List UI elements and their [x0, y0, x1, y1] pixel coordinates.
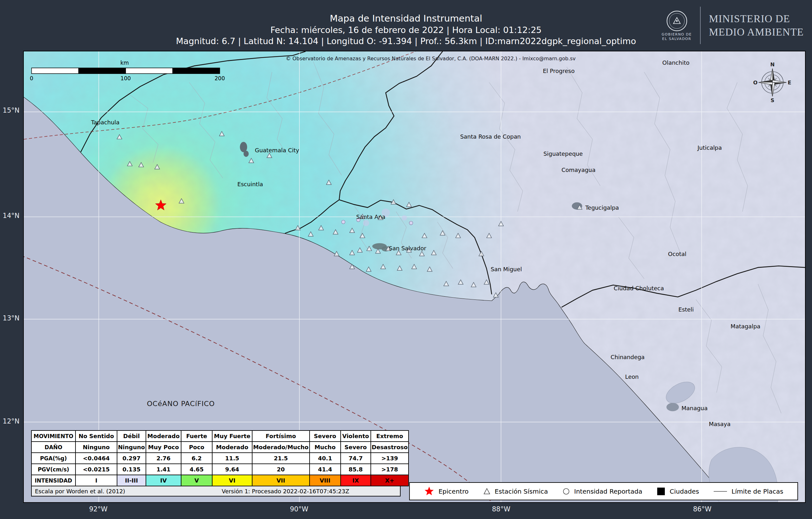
lon-label: 86°W [688, 506, 717, 513]
map-legend: Epicentro Estación Sísmica Intensidad Re… [409, 482, 798, 500]
table-cell: Ninguno [117, 441, 146, 453]
table-cell: >178 [371, 464, 409, 475]
table-cell: Moderado [146, 431, 181, 441]
intensity-cell: VII [252, 475, 310, 486]
ministry-line-1: MINISTERIO DE [709, 12, 804, 25]
table-cell: Muy Fuerte [212, 431, 252, 441]
table-cell: 4.65 [181, 464, 212, 475]
table-footer: Escala por Worden et al. (2012) Versión … [31, 486, 401, 496]
table-cell: 0.297 [117, 453, 146, 464]
version-processed: Versión 1: Procesado 2022-02-16T07:45:23… [222, 488, 349, 495]
table-cell: 6.2 [181, 453, 212, 464]
legend-item-estacion: Estación Sísmica [483, 488, 548, 495]
scale-tick: 100 [120, 75, 131, 82]
intensity-table-row: INTENSIDADIII-IIIIVVVIVIIVIIIIXX+ [31, 475, 409, 486]
reported-circle-icon [562, 487, 570, 495]
city-label: Esteli [678, 306, 694, 313]
legend-item-intensidad-reportada: Intensidad Reportada [562, 487, 642, 495]
epicenter-star-icon [424, 486, 435, 496]
scale-tick: 200 [214, 75, 225, 82]
gobierno-text-2: EL SALVADOR [662, 37, 692, 41]
intensity-cell: VI [212, 475, 252, 486]
copyright-text: © Observatorio de Amenazas y Recursos Na… [286, 56, 576, 61]
table-cell: Muy Poco [146, 441, 181, 453]
seal-icon [665, 9, 688, 32]
ministry-name: MINISTERIO DE MEDIO AMBIENTE [709, 12, 804, 39]
intensity-cell: I [76, 475, 117, 486]
row-label: INTENSIDAD [31, 475, 76, 486]
city-label: Matagalpa [730, 323, 760, 329]
legend-item-limite-placas: Límite de Placas [713, 488, 783, 495]
intensity-table-row: PGA(%g)<0.04640.2972.766.211.521.540.174… [31, 453, 409, 464]
table-cell: Mucho [310, 441, 341, 453]
table-cell: Poco [181, 441, 212, 453]
table-cell: 1.41 [146, 464, 181, 475]
scale-credit: Escala por Worden et al. (2012) [35, 488, 125, 495]
intensity-cell: VIII [310, 475, 341, 486]
table-cell: 40.1 [310, 453, 341, 464]
legend-item-epicentro: Epicentro [424, 486, 468, 496]
table-cell: 74.7 [341, 453, 371, 464]
table-cell: Ninguno [76, 441, 117, 453]
city-label: Olanchito [662, 59, 690, 66]
lat-label: 12°N [1, 417, 22, 425]
table-cell: 21.5 [252, 453, 310, 464]
plate-line-icon [713, 490, 728, 493]
intensity-table-row: PGV(cm/s)<0.02150.1351.414.659.642041.48… [31, 464, 409, 475]
table-cell: Severo [341, 441, 371, 453]
table-cell: 20 [252, 464, 310, 475]
ministry-line-2: MEDIO AMBIENTE [709, 25, 804, 39]
gobierno-text-1: GOBIERNO DE [662, 32, 692, 37]
reported-intensity-icon [409, 221, 413, 225]
intensity-cell: II-III [117, 475, 146, 486]
legend-label: Límite de Placas [731, 488, 783, 495]
city-label: Leon [625, 373, 639, 380]
intensity-table: MOVIMIENTONo SentidoDébilModeradoFuerteM… [31, 430, 409, 486]
lat-label: 14°N [1, 212, 22, 220]
city-label: Tapachula [91, 119, 120, 126]
city-label: Juticalpa [697, 144, 722, 151]
lon-label: 88°W [487, 506, 516, 513]
table-cell: Moderado [212, 441, 252, 453]
intensity-cell: V [181, 475, 212, 486]
city-label: Masaya [709, 421, 730, 427]
compass-o: O [753, 80, 758, 86]
city-label: Managua [681, 405, 707, 411]
legend-label: Estación Sísmica [495, 488, 548, 495]
compass-e: E [788, 80, 791, 86]
city-label: Santa Rosa de Copan [460, 133, 521, 140]
city-label: Chinandega [611, 354, 644, 361]
city-label: Ciudad Choluteca [614, 285, 664, 292]
table-cell: 11.5 [212, 453, 252, 464]
legend-item-ciudades: Ciudades [656, 487, 699, 496]
compass-n: N [770, 61, 775, 67]
gobierno-seal-logo: GOBIERNO DE EL SALVADOR [662, 9, 692, 41]
reported-intensity-icon [342, 220, 345, 224]
lat-label: 15°N [1, 107, 22, 114]
row-label: PGA(%g) [31, 453, 76, 464]
table-cell: Extremo [371, 431, 409, 441]
legend-label: Ciudades [670, 488, 699, 495]
table-cell: 9.64 [212, 464, 252, 475]
brand-divider [700, 7, 701, 44]
city-label: Escuintla [237, 181, 263, 188]
table-cell: 41.4 [310, 464, 341, 475]
table-cell: 85.8 [341, 464, 371, 475]
table-cell: Desastroso [371, 441, 409, 453]
table-cell: 2.76 [146, 453, 181, 464]
intensity-table-row: MOVIMIENTONo SentidoDébilModeradoFuerteM… [31, 431, 409, 441]
city-label: Guatemala City [255, 147, 299, 153]
station-triangle-icon [483, 488, 491, 495]
table-cell: Débil [117, 431, 146, 441]
table-cell: Severo [310, 431, 341, 441]
ministry-brand: GOBIERNO DE EL SALVADOR MINISTERIO DE ME… [662, 4, 804, 47]
row-label: DAÑO [31, 441, 76, 453]
legend-label: Intensidad Reportada [574, 488, 642, 495]
city-label: Santa Ana [356, 213, 385, 220]
city-label: Comayagua [561, 167, 596, 173]
city-label: Tegucigalpa [585, 204, 619, 211]
table-cell: No Sentido [76, 431, 117, 441]
lat-label: 13°N [1, 314, 22, 322]
city-square-icon [656, 487, 666, 496]
row-label: PGV(cm/s) [31, 464, 76, 475]
